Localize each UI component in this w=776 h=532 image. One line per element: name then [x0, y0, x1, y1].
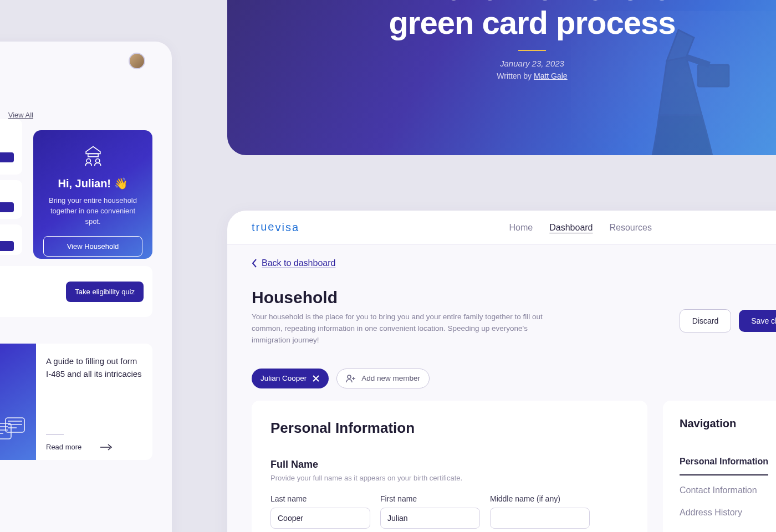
- partial-card: [0, 180, 22, 219]
- close-icon[interactable]: [312, 375, 320, 382]
- nav-home[interactable]: Home: [509, 223, 533, 233]
- member-chip-active[interactable]: Julian Cooper: [252, 369, 329, 388]
- page-subtitle: Your household is the place for you to b…: [252, 311, 562, 346]
- page-title: Household: [252, 288, 562, 307]
- nav-resources[interactable]: Resources: [610, 223, 652, 233]
- main-nav: Home Dashboard Resources: [509, 223, 652, 233]
- last-name-input[interactable]: [270, 508, 370, 529]
- avatar[interactable]: [129, 53, 145, 69]
- left-dashboard-preview: View All Hi, Julian! 👋 Bring your entire…: [0, 42, 172, 532]
- add-member-chip[interactable]: Add new member: [336, 369, 430, 388]
- divider: [46, 434, 64, 435]
- guide-title: A guide to filling out form I-485 and al…: [46, 355, 142, 381]
- household-icon: [43, 144, 142, 170]
- view-all-link[interactable]: View All: [8, 111, 33, 119]
- take-quiz-button[interactable]: Take eligibility quiz: [66, 282, 144, 302]
- partial-card: [0, 119, 22, 175]
- promo-greeting: Hi, Julian! 👋: [43, 177, 142, 190]
- brand-logo[interactable]: truevisa: [252, 221, 299, 234]
- top-nav-bar: truevisa Home Dashboard Resources: [227, 211, 776, 245]
- personal-info-form: Personal Information Full Name Provide y…: [252, 401, 647, 532]
- partial-pill: [0, 152, 14, 162]
- nav-dashboard[interactable]: Dashboard: [549, 223, 593, 233]
- partial-pill: [0, 241, 14, 251]
- svg-point-3: [95, 159, 99, 163]
- svg-rect-1: [88, 154, 98, 157]
- hero-divider: [518, 50, 546, 51]
- chevron-left-icon: [252, 259, 257, 268]
- dashboard-panel: truevisa Home Dashboard Resources Back t…: [227, 211, 776, 532]
- sidenav-contact-info[interactable]: Contact Information: [680, 481, 776, 503]
- save-changes-button[interactable]: Save changes: [739, 310, 776, 332]
- form-navigation-card: Navigation Personal Information Contact …: [663, 401, 776, 532]
- sidenav-personal-info[interactable]: Personal Information: [680, 452, 768, 475]
- guide-article-card[interactable]: A guide to filling out form I-485 and al…: [0, 344, 152, 460]
- statue-of-liberty-illustration: [571, 22, 770, 155]
- hero-author-link[interactable]: Matt Gale: [534, 71, 568, 80]
- arrow-right-icon: [100, 444, 113, 451]
- navigation-heading: Navigation: [680, 417, 776, 430]
- guide-thumbnail: [0, 344, 36, 460]
- section-full-name-sub: Provide your full name as it appears on …: [270, 474, 629, 482]
- section-full-name-title: Full Name: [270, 459, 629, 470]
- household-promo-card: Hi, Julian! 👋 Bring your entire househol…: [33, 130, 152, 259]
- middle-name-label: Middle name (if any): [490, 494, 590, 503]
- back-to-dashboard-link[interactable]: Back to dashboard: [252, 258, 776, 268]
- partial-pill: [0, 202, 14, 212]
- member-chip-row: Julian Cooper Add new member: [252, 369, 776, 388]
- sidenav-address-history[interactable]: Address History: [680, 503, 776, 525]
- add-person-icon: [346, 374, 356, 383]
- promo-subtitle: Bring your entire household together in …: [43, 196, 142, 227]
- discard-button[interactable]: Discard: [680, 309, 731, 332]
- svg-rect-5: [6, 418, 24, 432]
- middle-name-input[interactable]: [490, 508, 590, 529]
- view-household-button[interactable]: View Household: [43, 236, 142, 257]
- first-name-input[interactable]: [380, 508, 480, 529]
- partial-card: [0, 224, 22, 255]
- svg-rect-0: [698, 65, 729, 86]
- svg-point-6: [348, 375, 351, 378]
- first-name-label: First name: [380, 494, 480, 503]
- form-heading: Personal Information: [270, 420, 629, 437]
- eligibility-quiz-card: Take eligibility quiz: [0, 266, 152, 317]
- article-hero: An overview of the green card process Ja…: [227, 0, 776, 155]
- last-name-label: Last name: [270, 494, 370, 503]
- read-more-link[interactable]: Read more: [46, 443, 142, 451]
- svg-point-2: [86, 159, 90, 163]
